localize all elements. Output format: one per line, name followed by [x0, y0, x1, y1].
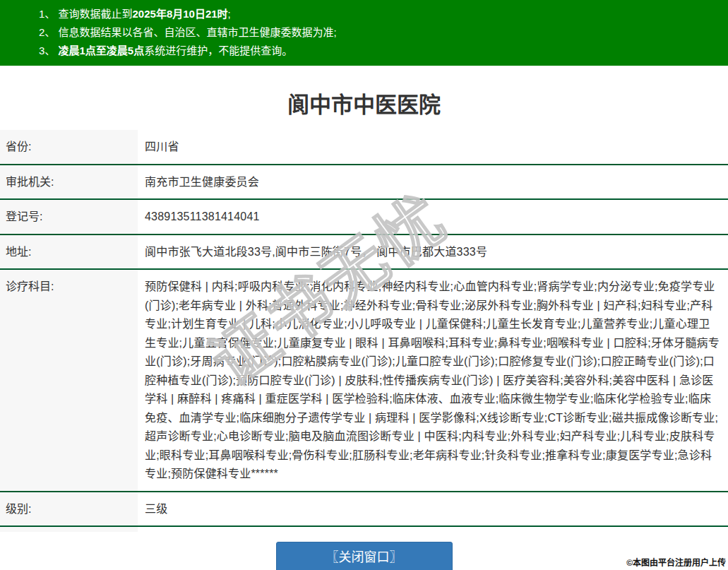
- row-label: 登记号:: [0, 200, 138, 234]
- notice-bold-segment: 凌晨1点至凌晨5点: [59, 44, 145, 57]
- notice-banner: 1、 查询数据截止到2025年8月10日21时;2、 信息数据结果以各省、自治区…: [0, 0, 728, 66]
- table-after-stub: [0, 527, 138, 532]
- notice-line-2: 2、 信息数据结果以各省、自治区、直辖市卫生健康委数据为准;: [39, 23, 721, 42]
- row-value: 三级: [138, 492, 728, 526]
- row-label: 省份:: [0, 130, 138, 164]
- notice-bold-segment: 2025年8月10日21时: [133, 8, 228, 20]
- table-row: 诊疗科目:预防保健科 | 内科;呼吸内科专业;消化内科专业;神经内科专业;心血管…: [0, 270, 728, 492]
- notice-text-segment: 1、 查询数据截止到: [39, 8, 133, 20]
- hospital-info-table: 省份:四川省审批机关:南充市卫生健康委员会登记号:438913511381414…: [0, 130, 728, 527]
- table-row: 级别:三级: [0, 492, 728, 528]
- upload-credit-watermark: ©本图由平台注册用户上传: [626, 556, 726, 568]
- row-value: 阆中市张飞大道北段33号,阆中市三陈街7号， 阆中市巴都大道333号: [138, 235, 728, 269]
- notice-line-3: 3、 凌晨1点至凌晨5点系统进行维护，不能提供查询。: [39, 42, 721, 60]
- table-row: 省份:四川省: [0, 130, 728, 165]
- notice-text-segment: ;: [228, 8, 231, 20]
- notice-text-segment: 2、 信息数据结果以各省、自治区、直辖市卫生健康委数据为准;: [39, 26, 337, 38]
- row-label: 级别:: [0, 492, 138, 526]
- row-value: 南充市卫生健康委员会: [138, 165, 728, 199]
- row-value: 四川省: [138, 130, 728, 164]
- close-button-area: 〖关闭窗口〗: [0, 542, 728, 570]
- row-value: 438913511381414041: [138, 200, 728, 234]
- table-row: 审批机关:南充市卫生健康委员会: [0, 165, 728, 201]
- row-label: 地址:: [0, 235, 138, 269]
- row-label: 诊疗科目:: [0, 270, 138, 491]
- table-row: 登记号:438913511381414041: [0, 200, 728, 235]
- row-value: 预防保健科 | 内科;呼吸内科专业;消化内科专业;神经内科专业;心血管内科专业;…: [138, 270, 728, 491]
- table-row: 地址:阆中市张飞大道北段33号,阆中市三陈街7号， 阆中市巴都大道333号: [0, 235, 728, 271]
- notice-text-segment: 3、: [39, 44, 59, 57]
- notice-text-segment: 系统进行维护，不能提供查询。: [144, 44, 292, 57]
- notice-line-1: 1、 查询数据截止到2025年8月10日21时;: [39, 5, 721, 23]
- row-label: 审批机关:: [0, 165, 138, 199]
- page-title: 阆中市中医医院: [0, 91, 728, 119]
- close-window-button[interactable]: 〖关闭窗口〗: [276, 542, 453, 570]
- notice-lines: 1、 查询数据截止到2025年8月10日21时;2、 信息数据结果以各省、自治区…: [39, 5, 721, 60]
